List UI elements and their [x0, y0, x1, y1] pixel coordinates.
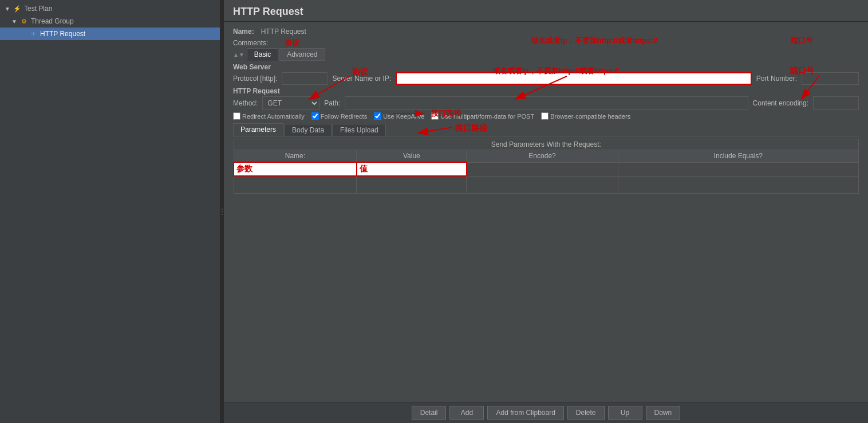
method-label: Method: [233, 99, 258, 107]
path-input[interactable] [345, 96, 748, 110]
server-label: Server Name or IP: [332, 75, 391, 83]
name-input[interactable] [259, 26, 859, 37]
param-name-cell[interactable]: 参数 [234, 162, 357, 176]
down-button[interactable]: Down [646, 406, 681, 420]
webserver-row: Protocol [http]: Server Name or IP: Port… [233, 72, 859, 85]
sub-tab-parameters[interactable]: Parameters [233, 123, 283, 136]
delete-button[interactable]: Delete [567, 406, 605, 420]
encoding-label: Content encoding: [753, 99, 808, 107]
include-equals-cell [618, 162, 858, 176]
encoding-input[interactable] [813, 96, 859, 110]
param-table: Send Parameters With the Request: Name: … [233, 139, 859, 194]
checkbox-keepalive-input[interactable] [374, 112, 381, 120]
param-value-value: 值 [360, 164, 368, 173]
comments-label: Comments: [233, 39, 268, 47]
checkbox-multipart[interactable]: Use multipart/form-data for POST [431, 112, 534, 120]
checkbox-follow-redirect[interactable]: Follow Redirects [311, 112, 367, 120]
sidebar-item-test-plan[interactable]: ▼ ⚡ Test Plan [0, 2, 220, 15]
sub-tabs-row: Parameters Body Data Files Upload [233, 123, 859, 136]
checkbox-keepalive[interactable]: Use KeepAlive [374, 112, 424, 120]
col-value: Value [357, 150, 467, 163]
col-include-equals: Include Equals? [618, 150, 858, 163]
up-button[interactable]: Up [608, 406, 642, 420]
main-content: HTTP Request Name: Comments: ▲▼ Basic Ad… [224, 0, 868, 423]
table-row-empty [234, 176, 859, 193]
port-label: Port Number: [756, 75, 797, 83]
method-select[interactable]: GET POST PUT DELETE PATCH HEAD OPTIONS [262, 96, 319, 110]
http-request-icon: ✈ [29, 29, 38, 38]
param-name-value: 参数 [236, 164, 252, 173]
table-row: 参数 值 [234, 162, 859, 176]
protocol-label: Protocol [http]: [233, 75, 277, 83]
name-label: Name: [233, 28, 254, 36]
sidebar-label-test-plan: Test Plan [24, 5, 52, 13]
send-params-header: Send Parameters With the Request: [234, 139, 859, 150]
web-server-section-label: Web Server [233, 63, 859, 71]
tab-advanced[interactable]: Advanced [279, 48, 325, 61]
checkbox-follow-redirect-input[interactable] [311, 112, 319, 120]
sidebar-item-http-request[interactable]: ✈ HTTP Request [0, 28, 220, 40]
sub-tab-body-data[interactable]: Body Data [285, 124, 332, 136]
add-clipboard-button[interactable]: Add from Clipboard [487, 406, 563, 420]
comments-row: Comments: [233, 39, 859, 47]
detail-button[interactable]: Detail [412, 406, 447, 420]
checkbox-redirect-auto[interactable]: Redirect Automatically [233, 112, 305, 120]
sidebar-label-http-request: HTTP Request [40, 30, 85, 38]
col-encode: Encode? [467, 150, 618, 163]
sidebar-item-thread-group[interactable]: ▼ ⚙ Thread Group [0, 15, 220, 28]
checkbox-multipart-input[interactable] [431, 112, 439, 120]
checkboxes-row: Redirect Automatically Follow Redirects … [233, 112, 859, 120]
sidebar-label-thread-group: Thread Group [31, 17, 74, 25]
page-title: HTTP Request [224, 0, 868, 22]
test-plan-icon: ⚡ [13, 4, 22, 13]
col-name: Name: [234, 150, 357, 163]
encode-cell [467, 162, 618, 176]
tab-basic[interactable]: Basic [247, 48, 278, 61]
expand-arrow-thread: ▼ [11, 18, 18, 25]
thread-group-icon: ⚙ [19, 17, 29, 26]
bottom-bar: Detail Add Add from Clipboard Delete Up … [224, 402, 868, 423]
http-req-row: Method: GET POST PUT DELETE PATCH HEAD O… [233, 96, 859, 110]
checkbox-redirect-auto-input[interactable] [233, 112, 240, 120]
server-name-input[interactable] [396, 72, 752, 85]
expand-icon: ▲▼ [233, 52, 244, 58]
port-input[interactable] [802, 72, 859, 85]
http-request-section-label: HTTP Request [233, 87, 859, 95]
sidebar: ▼ ⚡ Test Plan ▼ ⚙ Thread Group ✈ HTTP Re… [0, 0, 220, 423]
checkbox-browser-headers[interactable]: Browser-compatible headers [541, 112, 630, 120]
param-value-cell[interactable]: 值 [357, 162, 467, 176]
sub-tab-files-upload[interactable]: Files Upload [333, 124, 386, 136]
expand-arrow: ▼ [5, 6, 11, 12]
path-label: Path: [324, 99, 340, 107]
checkbox-browser-headers-input[interactable] [541, 112, 549, 120]
add-button[interactable]: Add [449, 406, 484, 420]
content-area: Name: Comments: ▲▼ Basic Advanced 协议 域名或… [224, 22, 868, 402]
name-row: Name: [233, 26, 859, 37]
protocol-input[interactable] [282, 72, 328, 85]
